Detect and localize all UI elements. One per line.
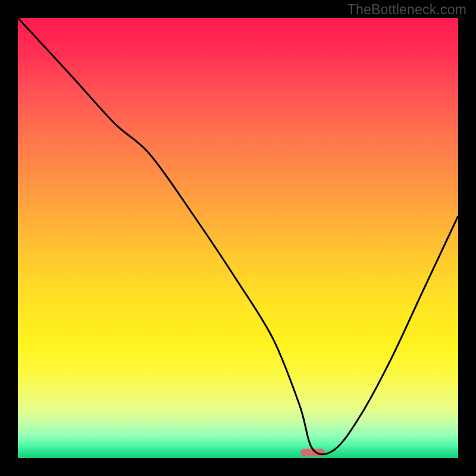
- plot-area: [18, 18, 458, 458]
- chart-frame: TheBottleneck.com: [0, 0, 476, 476]
- curve-path: [18, 18, 458, 455]
- watermark-text: TheBottleneck.com: [347, 2, 466, 18]
- bottleneck-curve: [18, 18, 458, 458]
